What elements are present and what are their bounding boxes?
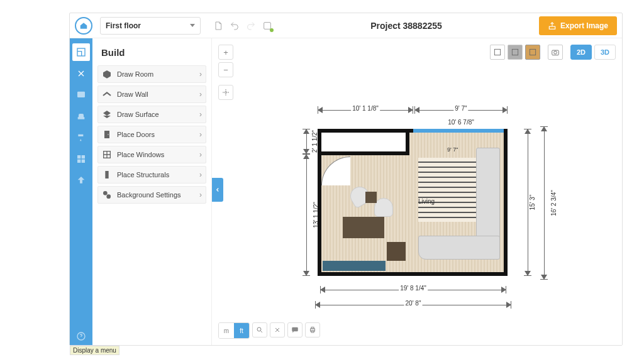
- chevron-right-icon: ›: [199, 190, 202, 199]
- floor-selector[interactable]: First floor: [100, 17, 201, 35]
- svg-rect-9: [104, 131, 109, 138]
- chevron-down-icon: [190, 24, 195, 27]
- svg-rect-0: [264, 22, 271, 29]
- dim-top-left: 10' 1 1/8": [351, 105, 380, 112]
- rail-furnish-icon[interactable]: [72, 107, 90, 125]
- floor-plan: 10' 1 1/8" 9' 7" 10' 6 7/8" 2' 1 1/2" 13…: [250, 70, 577, 321]
- save-status-icon[interactable]: [261, 19, 274, 32]
- svg-rect-3: [77, 92, 85, 97]
- chevron-right-icon: ›: [199, 130, 202, 139]
- ottoman[interactable]: [387, 242, 406, 261]
- dim-left-top: 2' 1 1/2": [311, 129, 318, 154]
- rail-paint-icon[interactable]: [72, 129, 90, 146]
- snapshot-2-button[interactable]: [508, 45, 523, 60]
- app-window: First floor Project 38882255 Export Imag…: [69, 13, 623, 346]
- rail-info-icon[interactable]: [72, 86, 90, 104]
- svg-point-20: [554, 51, 557, 54]
- side-rail: [70, 38, 92, 345]
- unit-m-button[interactable]: m: [219, 323, 234, 338]
- canvas[interactable]: + − 2D 3D 10' 1 1/8" 9' 7" 10' 6 7: [212, 38, 622, 345]
- coffee-table[interactable]: [343, 217, 384, 238]
- tool-place-structurals[interactable]: Place Structurals›: [97, 166, 206, 184]
- cabinet[interactable]: [323, 261, 386, 271]
- build-panel: Build Draw Room› Draw Wall› Draw Surface…: [92, 38, 212, 345]
- rail-floorplan-icon[interactable]: [72, 43, 90, 61]
- window-1[interactable]: [413, 129, 504, 133]
- svg-point-14: [106, 194, 111, 199]
- room-notch: [321, 133, 409, 155]
- svg-rect-16: [494, 49, 500, 55]
- export-image-button[interactable]: Export Image: [539, 16, 617, 35]
- svg-point-15: [225, 92, 227, 94]
- rail-help-icon[interactable]: [72, 327, 90, 345]
- side-table[interactable]: [365, 192, 377, 203]
- svg-rect-24: [311, 327, 314, 329]
- dim-bottom-a: 19' 8 1/4": [399, 285, 428, 292]
- svg-rect-5: [82, 155, 85, 158]
- new-page-icon[interactable]: [212, 19, 225, 32]
- unit-ft-button[interactable]: ft: [234, 323, 249, 338]
- dim-top-right: 9' 7": [453, 105, 468, 112]
- tools-toggle-icon[interactable]: [270, 322, 285, 337]
- tool-draw-surface[interactable]: Draw Surface›: [97, 106, 206, 123]
- tool-draw-room[interactable]: Draw Room›: [97, 65, 206, 83]
- svg-rect-17: [512, 49, 518, 55]
- floor-selector-label: First floor: [106, 21, 141, 30]
- tool-background-settings[interactable]: Background Settings›: [97, 186, 206, 204]
- dim-right-b: 16' 2 3/4": [550, 189, 557, 217]
- app-logo-icon[interactable]: [75, 17, 92, 35]
- rail-tools-icon[interactable]: [72, 65, 90, 82]
- svg-point-10: [108, 134, 108, 134]
- dim-right-a: 15' 3": [529, 194, 536, 212]
- tool-draw-wall[interactable]: Draw Wall›: [97, 85, 206, 103]
- svg-rect-4: [77, 155, 80, 158]
- zoom-in-button[interactable]: +: [218, 45, 233, 60]
- search-icon[interactable]: [252, 322, 267, 337]
- export-image-label: Export Image: [560, 21, 608, 30]
- armchair-1[interactable]: [374, 198, 393, 217]
- panel-title: Build: [97, 45, 206, 63]
- unit-toggle: m ft: [218, 322, 250, 339]
- rail-materials-icon[interactable]: [72, 150, 90, 168]
- dim-window-1: 10' 6 7/8": [414, 119, 508, 126]
- project-title: Project 38882255: [277, 21, 535, 31]
- view-3d-button[interactable]: 3D: [594, 45, 616, 60]
- room-outline[interactable]: 9' 7" Living: [318, 129, 508, 276]
- svg-rect-18: [530, 49, 535, 55]
- tool-place-doors[interactable]: Place Doors›: [97, 126, 206, 143]
- redo-icon[interactable]: [245, 19, 257, 32]
- chevron-right-icon: ›: [199, 110, 202, 119]
- view-toolbar: 2D 3D: [490, 45, 616, 60]
- zoom-out-button[interactable]: −: [218, 62, 233, 77]
- undo-icon[interactable]: [228, 19, 241, 32]
- tool-place-windows[interactable]: Place Windows›: [97, 146, 206, 163]
- comments-icon[interactable]: [287, 322, 303, 337]
- svg-point-13: [103, 191, 108, 195]
- svg-rect-6: [77, 160, 80, 163]
- sofa-bottom[interactable]: [418, 236, 500, 260]
- svg-rect-1: [549, 26, 555, 29]
- print-icon[interactable]: [305, 322, 320, 337]
- view-2d-button[interactable]: 2D: [570, 45, 592, 60]
- chevron-right-icon: ›: [199, 90, 202, 99]
- dim-bottom-b: 20' 8": [404, 300, 423, 307]
- svg-rect-12: [105, 171, 108, 178]
- rug[interactable]: [418, 158, 479, 222]
- main-area: Build Draw Room› Draw Wall› Draw Surface…: [70, 38, 622, 345]
- bottom-toolbar: m ft: [218, 322, 320, 339]
- chevron-right-icon: ›: [199, 150, 202, 159]
- zoom-controls: + −: [218, 45, 233, 100]
- snapshot-1-button[interactable]: [490, 45, 505, 60]
- room-label: Living: [418, 198, 435, 205]
- svg-point-21: [257, 327, 261, 331]
- status-tooltip: Display a menu: [70, 346, 119, 355]
- chevron-right-icon: ›: [199, 170, 202, 179]
- collapse-panel-button[interactable]: [212, 178, 223, 202]
- svg-rect-22: [292, 327, 298, 331]
- rail-share-icon[interactable]: [72, 172, 90, 189]
- snapshot-3-button[interactable]: [525, 45, 540, 60]
- svg-rect-7: [82, 160, 85, 163]
- center-view-button[interactable]: [218, 85, 233, 100]
- chevron-right-icon: ›: [199, 70, 202, 79]
- camera-icon[interactable]: [548, 45, 563, 60]
